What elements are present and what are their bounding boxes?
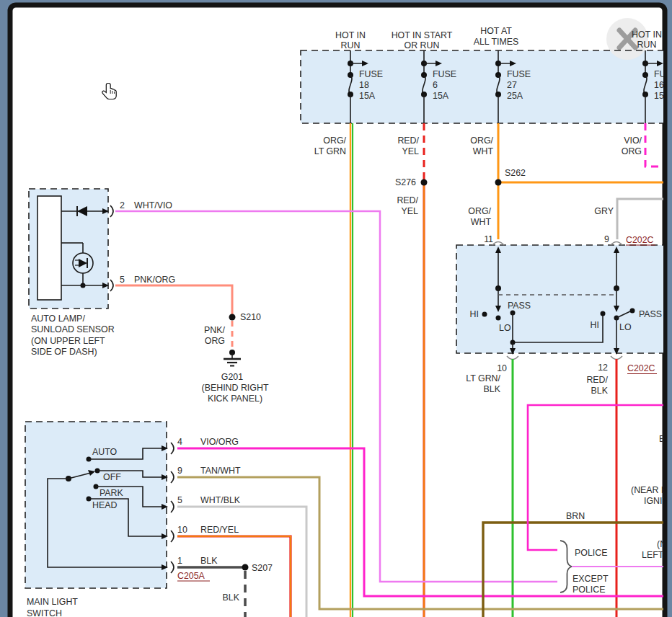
fuse-number: 27 [507,80,517,90]
feed-title: OR RUN [404,40,440,50]
wire-label: WHT [471,217,492,227]
wire-label: BRN [566,511,585,521]
splice-s207-label: S207 [252,563,273,573]
position-label-off: OFF [103,472,121,482]
feed-title: HOT AT [480,26,512,36]
wire-label: BLK [591,386,609,396]
splice-s210-label: S210 [240,312,261,322]
except-police-note: POLICE [572,585,605,595]
fuse-label: FUSE [507,69,531,79]
position-label-lo: LO [619,322,632,332]
ground-location: KICK PANEL) [208,394,262,404]
wire-label: ORG/ [470,136,493,146]
police-note: POLICE [575,548,607,558]
position-label-hi: HI [470,309,479,319]
position-label-lo: LO [499,323,511,333]
component-name: AUTO LAMP/ [31,314,85,324]
wire-label: BLK [223,592,240,603]
pin-number: 10 [497,363,507,373]
fuse-label: FUSE [359,69,383,79]
wire-label: LT GRN/ [466,373,500,383]
pin-wire-name: PNK/ORG [134,275,175,285]
fuse-rating: 15A [433,91,449,101]
pin-wire-name: RED/YEL [200,525,239,535]
wire-label: GRY [594,206,614,216]
wire-label: ORG/ [323,136,346,146]
wire-label: ORG [622,146,642,156]
feed-title: RUN [637,40,657,50]
position-label-park: PARK [100,488,124,498]
connector-label: C202C [627,363,655,373]
wiring-diagram-window: HOT IN RUN FUSE 18 15A ORG/ LT GRN HOT I… [0,0,672,617]
wire-label: WHT [473,146,494,156]
feed-title: HOT IN [335,30,366,40]
fuse-rating: 25A [507,91,523,101]
wire-label: BLK [484,384,501,394]
wire-label: ORG/ [468,206,491,216]
wire-label: LT GRN [314,146,346,156]
pin-wire-name: WHT/BLK [200,495,241,505]
pin-wire-name: TAN/WHT [200,466,241,476]
component-name: SWITCH [27,608,62,617]
fuse-number: 16 [654,80,664,90]
fuse-rating: 15A [359,91,376,101]
pin-number: 9 [177,466,182,476]
pin-wire-name: WHT/VIO [134,200,172,210]
pin-number: 5 [120,275,125,285]
splice-s276 [421,179,428,186]
splice-s207 [242,564,249,571]
feed-title: ALL TIMES [474,37,519,47]
splice-s276-label: S276 [395,177,416,187]
feed-title: HOT IN START [392,30,453,40]
connector-label: C202C [626,235,654,245]
splice-s210 [229,314,236,321]
wire-label: YEL [402,146,420,156]
ground-id: G201 [221,372,243,382]
pin-number: 1 [177,556,182,566]
pin-number: 2 [120,200,125,210]
splice-s262 [495,179,502,186]
wiring-diagram-canvas: HOT IN RUN FUSE 18 15A ORG/ LT GRN HOT I… [0,0,672,617]
position-label-auto: AUTO [92,447,118,457]
splice-s262-label: S262 [505,168,526,178]
fuse-number: 18 [359,80,369,90]
component-name: MAIN LIGHT [27,597,78,607]
wire-label: RED/ [586,375,608,385]
feed-title: HOT IN [632,30,662,40]
except-police-note: EXCEPT [572,574,609,584]
feed-title: RUN [341,40,361,50]
wire-label: VIO/ [624,136,642,146]
wire-label: YEL [402,206,419,216]
position-label-pass: PASS [508,301,531,311]
position-label-hi: HI [591,320,599,330]
component-name: SIDE OF DASH) [31,347,97,357]
wire-label: RED/ [397,195,418,205]
position-label-pass: PASS [639,309,662,319]
wire-label: RED/ [397,136,419,146]
pin-number: 5 [177,495,182,505]
pin-number: 11 [484,234,493,244]
fuse-number: 6 [433,80,438,90]
pin-wire-name: VIO/ORG [200,437,239,447]
pin-number: 4 [177,437,182,447]
fuse-box-fill [301,50,668,123]
wire-label: PNK/ [204,325,225,335]
position-label-head: HEAD [92,500,117,510]
pin-number: 12 [598,363,608,373]
wire-label: ORG [205,336,225,346]
pin-number: 9 [604,234,609,244]
fuse-label: FUSE [433,69,456,79]
pin-wire-name: BLK [200,556,218,566]
component-name: SUNLOAD SENSOR [31,324,115,334]
component-name: (ON UPPER LEFT [31,336,105,346]
ground-location: (BEHIND RIGHT [202,383,269,393]
pin-number: 10 [177,525,187,535]
connector-label: C205A [177,571,205,581]
